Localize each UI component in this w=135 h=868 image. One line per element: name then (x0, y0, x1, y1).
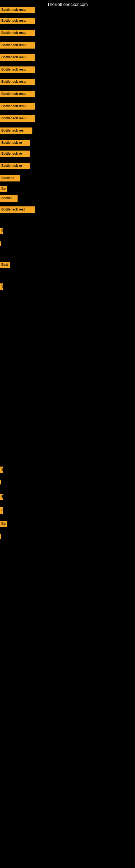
bar-item: Bottleneck re (0, 151, 30, 157)
bottleneck-rest-bar: Bottleneck rest (0, 207, 35, 213)
bar-item: Bottleneck resu (0, 7, 35, 13)
bar-item: 5 (0, 467, 3, 473)
bar-item: Bottleneck resu (0, 103, 35, 110)
bar-item: Bott (0, 262, 10, 268)
bar-item: Bottleneck resu (0, 18, 35, 24)
bar-item: Bottleneck resu (0, 42, 35, 49)
bar-item: B (0, 507, 3, 514)
bar-item: Bottleneck resu (0, 66, 35, 73)
bar-item-small (0, 241, 1, 246)
bar-item: Bottleneck re (0, 140, 30, 146)
bar-item: Bo (0, 186, 7, 192)
bar-item: Bottleneck resu (0, 30, 35, 36)
bar-item-small (0, 480, 1, 485)
bar-item: Bottlen (0, 195, 17, 202)
bar-item: Bottlene (0, 175, 20, 182)
bar-item-small (0, 534, 1, 539)
bar-item: Bottleneck resu (0, 115, 35, 122)
bar-item: Bottleneck re (0, 163, 30, 169)
bar-item: B (0, 228, 3, 235)
bar-item: Bottleneck resu (0, 54, 35, 61)
bar-item: B (0, 494, 3, 500)
bar-item: 5 (0, 283, 3, 290)
bar-item: Bo (0, 521, 7, 527)
bar-item: Bottleneck resu (0, 91, 35, 97)
bar-item: Bottleneck resu (0, 79, 35, 85)
bar-item: Bottleneck res (0, 127, 32, 134)
